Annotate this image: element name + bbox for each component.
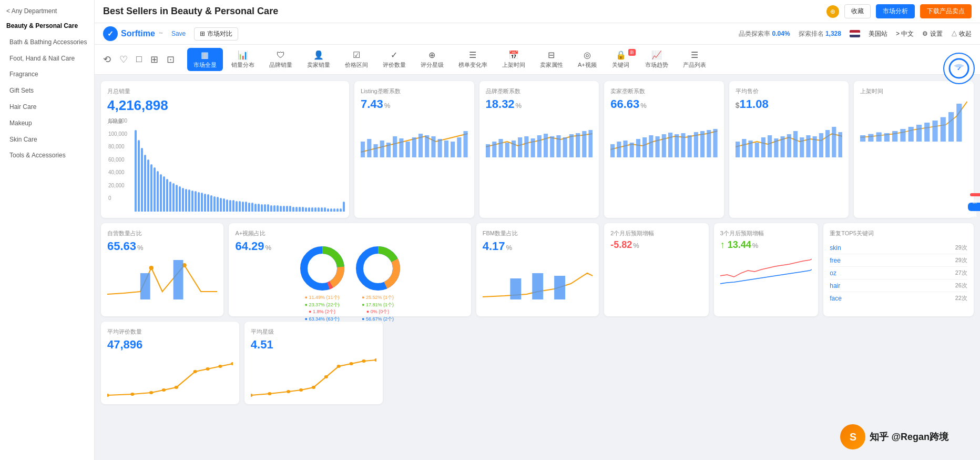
svg-rect-9	[418, 134, 423, 157]
sidebar-item-foot[interactable]: Foot, Hand & Nail Care	[0, 51, 94, 67]
favorites-button[interactable]: △ 收起	[951, 29, 972, 38]
tab-listing-time[interactable]: 📅 上架时间	[496, 48, 532, 71]
svg-rect-49	[707, 130, 711, 157]
svg-rect-31	[576, 133, 580, 157]
growth-2m-title: 2个月后预期增幅	[610, 229, 702, 237]
card-growth-2m: 2个月后预期增幅 -5.82%	[604, 223, 709, 316]
tab-market-full[interactable]: ▦ 市场全显	[187, 48, 223, 71]
tab-seller-attr[interactable]: ⊟ 卖家属性	[534, 48, 569, 71]
tab-icon: ✓	[391, 50, 397, 60]
listing-time-title: 上架时间	[860, 87, 967, 95]
kw-name[interactable]: face	[830, 295, 842, 302]
grid-icon[interactable]: ⊞	[150, 54, 158, 65]
collect-button[interactable]: 收藏	[844, 4, 871, 18]
sidebar-item-hair[interactable]: Hair Care	[0, 99, 94, 115]
aplus-ratio-title: A+视频占比	[235, 229, 464, 237]
svg-rect-13	[444, 141, 448, 157]
content-area: 月总销量 4,216,898 月销量 120,000100,00080,0006…	[95, 75, 980, 460]
sidebar-item-skin[interactable]: Skin Care	[0, 132, 94, 148]
sidebar-any-dept[interactable]: Any Department	[0, 4, 94, 18]
tab-icon: ☑	[353, 50, 360, 60]
svg-rect-24	[530, 138, 535, 157]
tab-keywords[interactable]: 🔒 关键词 新	[605, 48, 637, 71]
growth-sparklines	[720, 255, 812, 286]
svg-rect-48	[700, 131, 705, 157]
svg-point-81	[149, 266, 154, 270]
page-title: Best Sellers in Beauty & Personal Care	[103, 6, 821, 17]
tab-star-level[interactable]: ⊕ 评分星级	[414, 48, 450, 71]
svg-point-112	[349, 362, 353, 365]
svg-point-108	[299, 388, 303, 392]
listing-index-value: 7.43%	[361, 97, 468, 111]
svg-rect-59	[787, 134, 791, 157]
svg-rect-35	[617, 142, 621, 157]
svg-rect-54	[754, 143, 759, 157]
tab-sales-dist[interactable]: 📊 销量分布	[225, 48, 261, 71]
kw-name[interactable]: oz	[830, 269, 836, 277]
market-compare-button[interactable]: ⊞ 市场对比	[194, 27, 238, 41]
svg-rect-61	[800, 137, 804, 157]
svg-rect-8	[412, 137, 416, 157]
refresh-icon[interactable]: ⟲	[103, 54, 111, 65]
avg-reviews-chart	[107, 356, 233, 398]
download-button[interactable]: 下载产品卖点	[920, 4, 972, 18]
tab-product-list[interactable]: ☰ 产品列表	[677, 48, 712, 71]
save-button[interactable]: Save	[171, 30, 186, 37]
svg-rect-17	[486, 144, 490, 157]
seller-index-title: 卖家垄断系数	[610, 87, 718, 95]
svg-rect-30	[569, 134, 573, 157]
svg-point-99	[162, 388, 166, 392]
kw-name[interactable]: skin	[830, 244, 841, 252]
cards-row-2: 自营数量占比 65.63% A+视频占比	[101, 223, 974, 316]
tab-price-range[interactable]: ☑ 价格区间	[339, 48, 374, 71]
card-seller-index: 卖家垄断系数 66.63%	[604, 81, 724, 218]
zhihu-text: 知乎 @Regan跨境	[870, 431, 948, 443]
settings-button[interactable]: ⚙ 设置	[922, 29, 942, 38]
tab-icon: 👤	[313, 50, 324, 60]
tab-seller-sales[interactable]: 👤 卖家销量	[301, 48, 336, 71]
kw-name[interactable]: free	[830, 257, 841, 264]
svg-rect-83	[140, 273, 150, 299]
sidebar-item-fragrance[interactable]: Fragrance	[0, 66, 94, 83]
avg-price-title: 平均售价	[736, 87, 843, 95]
tab-label: 市场趋势	[645, 61, 668, 69]
tab-market-trend[interactable]: 📈 市场趋势	[639, 48, 675, 71]
svg-rect-36	[624, 141, 628, 157]
card-fbm-ratio: FBM数量占比 4.17%	[476, 223, 599, 316]
svg-rect-53	[748, 141, 752, 157]
tab-label: 市场全显	[193, 61, 217, 69]
kw-name[interactable]: hair	[830, 282, 840, 289]
svg-rect-1	[367, 139, 371, 157]
tab-review-count[interactable]: ✓ 评价数量	[376, 48, 412, 71]
avg-reviews-title: 平均评价数量	[107, 328, 233, 336]
svg-rect-15	[457, 137, 461, 157]
heart-icon[interactable]: ♡	[119, 54, 128, 65]
side-float-button[interactable]: 参观项目	[968, 203, 980, 211]
topbar-icon: ⊕	[826, 5, 839, 18]
svg-rect-29	[563, 137, 567, 157]
sidebar-item-bath[interactable]: Bath & Bathing Accessories	[0, 34, 94, 51]
region-label[interactable]: 美国站	[869, 29, 887, 38]
sidebar-item-makeup[interactable]: Makeup	[0, 115, 94, 132]
svg-rect-43	[668, 133, 672, 157]
sidebar-item-gift[interactable]: Gift Sets	[0, 83, 94, 99]
svg-rect-23	[524, 136, 528, 157]
market-compare-label: 市场对比	[207, 29, 232, 38]
tab-rank-change[interactable]: ☰ 榜单变化率	[452, 48, 494, 71]
avg-stars-chart	[251, 356, 376, 398]
tab-brand-sales[interactable]: 🛡 品牌销量	[263, 48, 299, 71]
fbm-ratio-title: FBM数量占比	[483, 229, 593, 237]
top5-keywords-title: 重复TOP5关键词	[830, 229, 967, 237]
gift-icon[interactable]: ⊡	[167, 54, 175, 65]
sidebar-item-tools[interactable]: Tools & Accessories	[0, 147, 94, 164]
svg-rect-10	[425, 135, 429, 157]
folder-icon[interactable]: □	[136, 54, 142, 65]
tab-aplus-video[interactable]: ◎ A+视频	[571, 48, 603, 71]
sidebar-item-beauty[interactable]: Beauty & Personal Care	[0, 18, 94, 34]
logo-icon: ✓	[103, 26, 118, 41]
donut1-legend: ● 11.49% (11个) ● 23.37% (22个) ● 1.8% (2个…	[305, 294, 340, 323]
seller-index-chart	[610, 115, 718, 157]
kw-item-free: free 29次	[830, 254, 967, 267]
lang-button[interactable]: > 中文	[896, 29, 914, 38]
market-analysis-button[interactable]: 市场分析	[876, 4, 915, 18]
